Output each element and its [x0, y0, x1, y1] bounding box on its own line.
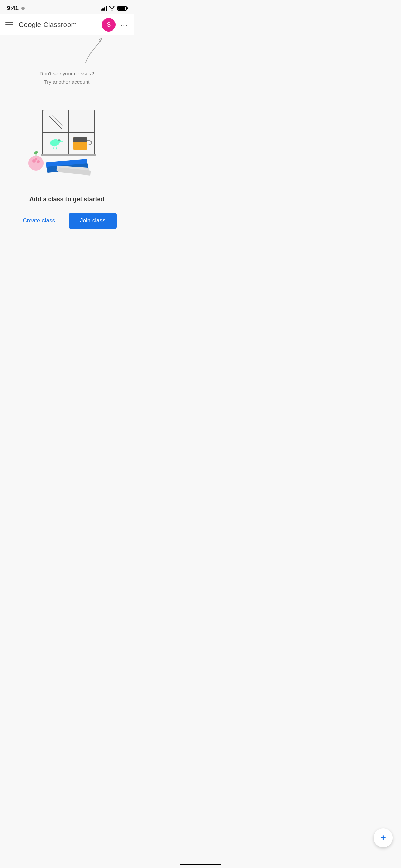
- app-title-google: Google: [19, 21, 41, 28]
- hint-text: Don't see your classes? Try another acco…: [40, 70, 94, 86]
- status-icons: [101, 6, 127, 11]
- empty-state-illustration: [22, 96, 111, 185]
- hint-line1: Don't see your classes?: [40, 70, 94, 78]
- camera-dot: [21, 7, 25, 10]
- status-time: 9:41: [7, 5, 19, 12]
- svg-point-19: [35, 158, 37, 160]
- svg-point-18: [37, 160, 40, 163]
- hint-line2: Try another account: [40, 78, 94, 86]
- app-header: Google Classroom S ···: [0, 14, 134, 35]
- cta-heading: Add a class to get started: [29, 196, 104, 203]
- more-options-button[interactable]: ···: [120, 21, 128, 28]
- battery-icon: [117, 6, 127, 11]
- svg-rect-10: [73, 137, 87, 142]
- signal-icon: [101, 6, 107, 11]
- arrow-icon: [79, 35, 106, 66]
- wifi-icon: [109, 6, 115, 11]
- create-class-button[interactable]: Create class: [17, 214, 60, 228]
- app-title-classroom: Classroom: [43, 21, 77, 28]
- cta-buttons: Create class Join class: [17, 213, 116, 229]
- join-class-button[interactable]: Join class: [69, 213, 117, 229]
- status-bar: 9:41: [0, 0, 134, 14]
- app-title: Google Classroom: [19, 21, 77, 29]
- avatar[interactable]: S: [102, 18, 116, 32]
- svg-point-6: [58, 139, 60, 141]
- menu-button[interactable]: [5, 22, 13, 27]
- svg-rect-11: [41, 154, 96, 156]
- main-content: Don't see your classes? Try another acco…: [0, 35, 134, 284]
- hint-area: Don't see your classes? Try another acco…: [0, 35, 134, 86]
